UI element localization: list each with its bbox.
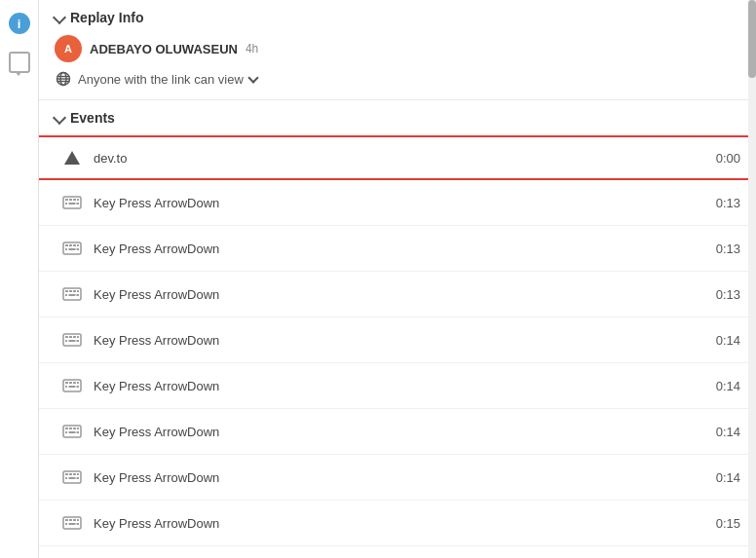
left-sidebar: i	[0, 0, 39, 558]
events-title: Events	[70, 110, 115, 126]
event-label: dev.to	[94, 151, 706, 166]
events-section: Events	[39, 100, 756, 135]
user-row: A ADEBAYO OLUWASEUN 4h	[55, 35, 740, 62]
table-row[interactable]: Key Press ArrowDown 0:14	[39, 317, 756, 363]
table-row[interactable]: Key Press ArrowDown 0:14	[39, 363, 756, 409]
user-name: ADEBAYO OLUWASEUN	[90, 42, 238, 56]
svg-rect-50	[65, 431, 67, 433]
event-time: 0:14	[706, 333, 740, 348]
svg-rect-41	[77, 382, 79, 384]
svg-rect-54	[65, 473, 68, 475]
events-header[interactable]: Events	[39, 100, 756, 135]
svg-rect-38	[65, 382, 68, 384]
event-label: Key Press ArrowDown	[94, 196, 706, 210]
nav-icon	[58, 144, 86, 171]
event-time: 0:00	[706, 151, 740, 166]
event-label: Key Press ArrowDown	[94, 333, 706, 348]
svg-rect-47	[69, 428, 72, 429]
event-time: 0:14	[706, 379, 740, 393]
svg-rect-19	[69, 248, 76, 250]
replay-info-title: Replay Info	[70, 10, 143, 25]
keyboard-icon-wrap	[58, 509, 86, 537]
event-label: Key Press ArrowDown	[94, 470, 706, 485]
info-icon: i	[9, 13, 30, 34]
keyboard-icon-wrap	[58, 326, 86, 353]
svg-rect-9	[77, 199, 79, 201]
svg-rect-27	[69, 294, 76, 296]
svg-rect-17	[77, 244, 79, 246]
events-chevron-icon	[53, 111, 66, 125]
keyboard-icon-wrap	[58, 280, 86, 308]
svg-rect-51	[69, 431, 76, 433]
table-row[interactable]: dev.to 0:00	[39, 135, 756, 180]
svg-rect-15	[69, 244, 72, 246]
svg-rect-49	[77, 428, 79, 429]
svg-rect-57	[77, 473, 79, 475]
share-text: Anyone with the link can view	[78, 72, 244, 87]
svg-rect-66	[65, 523, 67, 525]
event-label: Key Press ArrowDown	[94, 242, 706, 256]
comments-sidebar-button[interactable]	[6, 49, 33, 76]
table-row[interactable]: Key Press ArrowDown 0:13	[39, 226, 756, 272]
globe-icon	[55, 70, 72, 88]
svg-rect-55	[69, 473, 72, 475]
svg-rect-33	[77, 336, 79, 338]
svg-rect-10	[65, 203, 67, 205]
event-time: 0:13	[706, 196, 740, 210]
svg-rect-36	[77, 340, 80, 342]
svg-rect-20	[77, 248, 80, 250]
replay-info-chevron-icon	[53, 11, 66, 24]
svg-rect-58	[65, 477, 67, 479]
svg-rect-6	[65, 199, 68, 201]
info-sidebar-button[interactable]: i	[6, 10, 33, 37]
share-row[interactable]: Anyone with the link can view	[55, 70, 740, 88]
svg-rect-28	[77, 294, 80, 296]
svg-rect-59	[69, 477, 76, 479]
event-time: 0:13	[706, 242, 740, 256]
keyboard-icon-wrap	[58, 372, 86, 399]
svg-rect-14	[65, 244, 68, 246]
svg-rect-34	[65, 340, 67, 342]
table-row[interactable]: Key Press ArrowDown 0:14	[39, 455, 756, 501]
svg-rect-62	[65, 519, 68, 521]
svg-rect-42	[65, 386, 67, 388]
table-row[interactable]: Key Press ArrowDown 0:14	[39, 409, 756, 455]
keyboard-icon-wrap	[58, 464, 86, 491]
svg-rect-12	[77, 203, 80, 205]
svg-rect-64	[73, 519, 76, 521]
replay-info-header[interactable]: Replay Info	[39, 0, 756, 35]
event-time: 0:13	[706, 287, 740, 302]
svg-rect-67	[69, 523, 76, 525]
event-time: 0:14	[706, 425, 740, 439]
table-row[interactable]: Key Press ArrowDown 0:15	[39, 546, 756, 558]
main-panel: Replay Info A ADEBAYO OLUWASEUN 4h	[39, 0, 756, 558]
event-time: 0:15	[706, 516, 740, 531]
svg-rect-11	[69, 203, 76, 205]
svg-rect-65	[77, 519, 79, 521]
svg-rect-8	[73, 199, 76, 201]
avatar: A	[55, 35, 82, 62]
table-row[interactable]: Key Press ArrowDown 0:13	[39, 180, 756, 226]
event-label: Key Press ArrowDown	[94, 379, 706, 393]
svg-rect-22	[65, 290, 68, 292]
replay-info-body: A ADEBAYO OLUWASEUN 4h	[39, 35, 756, 99]
time-ago: 4h	[246, 42, 258, 56]
event-time: 0:14	[706, 470, 740, 485]
replay-info-section: Replay Info A ADEBAYO OLUWASEUN 4h	[39, 0, 756, 99]
svg-rect-40	[73, 382, 76, 384]
svg-rect-25	[77, 290, 79, 292]
event-label: Key Press ArrowDown	[94, 287, 706, 302]
svg-rect-18	[65, 248, 67, 250]
svg-rect-32	[73, 336, 76, 338]
svg-rect-63	[69, 519, 72, 521]
scrollbar-track[interactable]	[748, 0, 756, 558]
svg-rect-39	[69, 382, 72, 384]
scrollbar-thumb[interactable]	[748, 0, 756, 78]
svg-rect-23	[69, 290, 72, 292]
keyboard-icon-wrap	[58, 418, 86, 445]
events-list: dev.to 0:00 Key Pr	[39, 135, 756, 558]
share-dropdown-chevron-icon	[247, 72, 258, 83]
svg-rect-26	[65, 294, 67, 296]
table-row[interactable]: Key Press ArrowDown 0:15	[39, 501, 756, 546]
table-row[interactable]: Key Press ArrowDown 0:13	[39, 272, 756, 317]
